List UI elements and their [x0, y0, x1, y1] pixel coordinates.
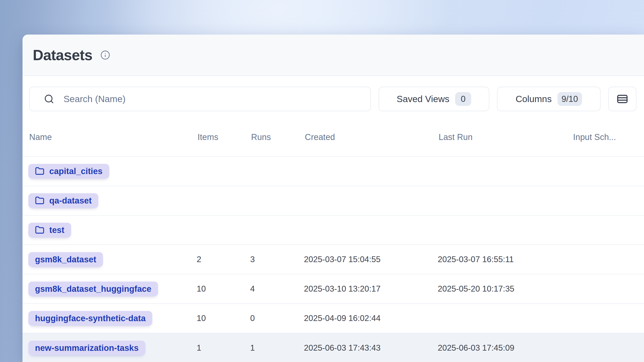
runs-cell: 3 — [250, 255, 304, 264]
table-row[interactable]: new-summarization-tasks112025-06-03 17:4… — [22, 333, 644, 362]
saved-views-label: Saved Views — [397, 94, 449, 104]
runs-cell: 0 — [250, 314, 304, 323]
name-cell: test — [28, 223, 197, 237]
dataset-link[interactable]: gsm8k_dataset — [28, 252, 103, 267]
app-background: { "page": { "title": "Datasets" }, "tool… — [0, 0, 644, 362]
folder-icon — [35, 196, 44, 205]
name-cell: qa-dataset — [28, 193, 197, 208]
rows-icon — [616, 93, 628, 105]
name-cell: huggingface-synthetic-data — [28, 311, 197, 326]
search-icon — [44, 94, 54, 104]
folder-link[interactable]: qa-dataset — [28, 193, 98, 208]
column-header-name[interactable]: Name — [29, 132, 198, 142]
items-cell: 10 — [197, 314, 250, 323]
row-name-label: gsm8k_dataset_huggingface — [35, 284, 152, 294]
table-row[interactable]: test — [22, 216, 644, 245]
search-input[interactable] — [64, 87, 370, 111]
toolbar: Saved Views 0 Columns 9/10 — [22, 87, 644, 111]
items-cell: 1 — [197, 343, 250, 353]
name-cell: gsm8k_dataset_huggingface — [28, 282, 197, 296]
name-cell: capital_cities — [28, 164, 197, 179]
column-header-input-schema[interactable]: Input Sch... — [573, 132, 637, 142]
row-name-label: test — [49, 225, 64, 235]
table-body: capital_citiesqa-datasettestgsm8k_datase… — [22, 157, 644, 362]
search-box[interactable] — [29, 87, 371, 111]
created-cell: 2025-06-03 17:43:43 — [304, 343, 438, 353]
created-cell: 2025-03-10 13:20:17 — [304, 284, 438, 294]
column-header-created[interactable]: Created — [305, 132, 438, 142]
name-cell: gsm8k_dataset — [28, 252, 197, 267]
saved-views-button[interactable]: Saved Views 0 — [379, 87, 489, 111]
folder-icon — [35, 167, 44, 176]
created-cell: 2025-04-09 16:02:44 — [304, 314, 438, 323]
table-row[interactable]: gsm8k_dataset232025-03-07 15:04:552025-0… — [22, 245, 644, 274]
panel-header: Datasets — [22, 34, 644, 76]
items-cell: 10 — [197, 284, 250, 294]
column-header-items[interactable]: Items — [198, 132, 251, 142]
row-name-label: capital_cities — [49, 167, 102, 176]
column-header-runs[interactable]: Runs — [251, 132, 305, 142]
row-name-label: huggingface-synthetic-data — [35, 314, 146, 323]
saved-views-count-badge: 0 — [455, 92, 471, 106]
columns-count-badge: 9/10 — [558, 92, 582, 106]
last-run-cell: 2025-05-20 10:17:35 — [438, 284, 572, 294]
columns-label: Columns — [516, 94, 552, 104]
runs-cell: 1 — [250, 343, 304, 353]
row-density-button[interactable] — [608, 87, 636, 111]
folder-link[interactable]: capital_cities — [28, 164, 109, 179]
table-row[interactable]: gsm8k_dataset_huggingface1042025-03-10 1… — [22, 274, 644, 304]
name-cell: new-summarization-tasks — [28, 341, 197, 355]
created-cell: 2025-03-07 15:04:55 — [304, 255, 438, 264]
dataset-link[interactable]: huggingface-synthetic-data — [28, 311, 152, 326]
table-row[interactable]: capital_cities — [22, 157, 644, 186]
table-row[interactable]: qa-dataset — [22, 186, 644, 216]
runs-cell: 4 — [250, 284, 304, 294]
row-name-label: new-summarization-tasks — [35, 343, 139, 353]
folder-link[interactable]: test — [28, 223, 71, 237]
row-name-label: qa-dataset — [49, 196, 92, 206]
items-cell: 2 — [197, 255, 250, 264]
folder-icon — [35, 225, 44, 235]
table-row[interactable]: huggingface-synthetic-data1002025-04-09 … — [22, 304, 644, 333]
dataset-link[interactable]: gsm8k_dataset_huggingface — [28, 282, 158, 296]
last-run-cell: 2025-06-03 17:45:09 — [438, 343, 572, 353]
datasets-panel: Datasets Saved Views 0 Columns 9/10 — [22, 34, 644, 362]
page-title: Datasets — [33, 46, 92, 63]
column-header-last-run[interactable]: Last Run — [438, 132, 573, 142]
table-header: Name Items Runs Created Last Run Input S… — [22, 111, 644, 157]
row-name-label: gsm8k_dataset — [35, 255, 96, 264]
last-run-cell: 2025-03-07 16:55:11 — [438, 255, 572, 264]
columns-button[interactable]: Columns 9/10 — [497, 87, 600, 111]
dataset-link[interactable]: new-summarization-tasks — [28, 341, 146, 355]
info-icon[interactable] — [100, 50, 110, 60]
